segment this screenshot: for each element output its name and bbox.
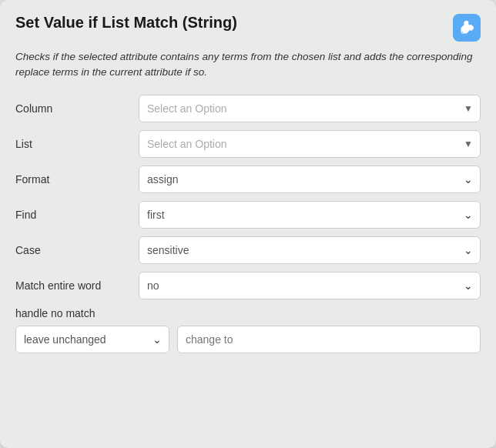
case-select-wrapper: sensitive insensitive ⌄ (139, 236, 481, 264)
format-select-wrapper: assign prepend append replace ⌄ (139, 165, 481, 193)
column-select[interactable]: Select an Option (139, 95, 481, 122)
format-select[interactable]: assign prepend append replace (139, 165, 481, 193)
find-row: Find first last all ⌄ (15, 201, 481, 229)
format-label: Format (15, 173, 139, 186)
handle-no-match-select[interactable]: leave unchanged change to clear (15, 326, 169, 353)
handle-no-match-select-wrapper: leave unchanged change to clear ⌄ (15, 326, 169, 353)
list-label: List (15, 138, 139, 150)
wrench-icon (459, 20, 474, 35)
list-select-wrapper: Select an Option ▼ (139, 130, 481, 158)
card-description: Checks if the selected attribute contain… (15, 49, 481, 81)
match-entire-word-select-wrapper: no yes ⌄ (139, 272, 481, 299)
handle-no-match-row: leave unchanged change to clear ⌄ (15, 326, 481, 353)
match-entire-word-row: Match entire word no yes ⌄ (15, 272, 481, 299)
find-label: Find (15, 209, 139, 221)
match-entire-word-select[interactable]: no yes (139, 272, 481, 299)
change-to-input[interactable] (177, 326, 481, 353)
column-row: Column Select an Option ▼ (15, 95, 481, 122)
card-title: Set Value if List Match (String) (15, 14, 237, 32)
find-select[interactable]: first last all (139, 201, 481, 229)
settings-button[interactable] (453, 14, 481, 42)
match-entire-word-label: Match entire word (15, 279, 139, 292)
handle-no-match-label: handle no match (15, 307, 481, 319)
list-select[interactable]: Select an Option (139, 130, 481, 158)
column-select-wrapper: Select an Option ▼ (139, 95, 481, 122)
list-row: List Select an Option ▼ (15, 130, 481, 158)
card-header: Set Value if List Match (String) (15, 14, 481, 42)
find-select-wrapper: first last all ⌄ (139, 201, 481, 229)
case-label: Case (15, 244, 139, 256)
case-row: Case sensitive insensitive ⌄ (15, 236, 481, 264)
column-label: Column (15, 102, 139, 115)
main-card: Set Value if List Match (String) Checks … (0, 0, 496, 448)
case-select[interactable]: sensitive insensitive (139, 236, 481, 264)
format-row: Format assign prepend append replace ⌄ (15, 165, 481, 193)
handle-no-match-section: handle no match leave unchanged change t… (15, 307, 481, 353)
